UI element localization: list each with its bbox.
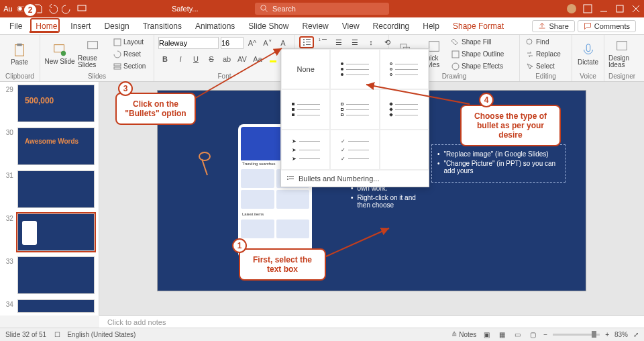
bullets-square[interactable] [281,89,330,130]
reuse-slides-button[interactable]: Reuse Slides [78,36,109,71]
paste-label: Paste [11,58,28,66]
shape-effects-button[interactable]: Shape Effects [449,60,506,72]
bullets-check[interactable]: ✓ ✓ ✓ [330,130,379,170]
menu-design[interactable]: Design [97,17,136,35]
comments-label: Comments [594,22,630,30]
thumbnail-31[interactable] [17,170,95,208]
line-spacing-icon[interactable]: ↕ [364,36,378,48]
undo-icon[interactable] [47,3,58,14]
share-button[interactable]: Share [532,20,574,32]
minimize-icon[interactable] [598,3,609,14]
close-icon[interactable] [631,3,641,14]
slideshow-view-icon[interactable]: ▢ [528,331,538,338]
slide-textbox-2[interactable]: "Replace image" (in Google Slides) "Chan… [431,144,566,183]
layout-button[interactable]: Layout [111,36,148,48]
bullets-diamond[interactable] [380,89,429,130]
select-button[interactable]: Select [524,60,563,72]
sorter-view-icon[interactable]: ▦ [497,331,507,338]
reading-view-icon[interactable]: ▭ [513,331,523,338]
menu-help[interactable]: Help [416,17,446,35]
menu-slideshow[interactable]: Slide Show [241,17,295,35]
italic-button[interactable]: I [174,52,187,66]
highlight-icon[interactable] [266,52,280,66]
svg-rect-36 [289,179,294,179]
indent-right-icon[interactable]: ☰ [347,36,362,48]
menu-shape-format[interactable]: Shape Format [446,17,511,35]
language-status[interactable]: English (United States) [67,331,136,338]
thumbnail-29[interactable]: 500,000 [17,85,95,122]
zoom-level[interactable]: 83% [614,331,628,338]
svg-rect-12 [114,39,121,46]
thumbnail-32[interactable] [17,213,95,251]
underline-button[interactable]: U [189,52,203,66]
section-button[interactable]: Section [111,60,148,72]
slide-textbox-1[interactable]: own work. Right-click on it and then cho… [351,185,425,211]
numbering-button[interactable]: 1 [315,36,330,48]
redo-icon[interactable] [62,3,72,14]
font-name-input[interactable] [158,37,219,49]
bullets-dropdown[interactable]: None ➤ ➤ ➤ [280,48,429,187]
thumbnails-panel[interactable]: 29500,000 30Awesome Words 31 32 33 34 [0,82,99,315]
zoom-in-icon[interactable]: + [605,331,609,338]
menu-animations[interactable]: Animations [189,17,241,35]
accessibility-icon[interactable]: ☐ [54,331,60,338]
menu-view[interactable]: View [335,17,366,35]
font-size-input[interactable] [221,37,244,49]
thumb-num: 31 [4,170,13,179]
dictate-button[interactable]: Dictate [576,36,600,71]
user-avatar-icon[interactable] [566,3,577,14]
shape-fill-button[interactable]: Shape Fill [449,36,506,48]
window-options-icon[interactable] [582,3,593,14]
design-ideas-button[interactable]: Design Ideas [608,36,635,71]
zoom-slider[interactable] [553,334,600,336]
bullets-numbering-link[interactable]: Bullets and Numbering... [281,170,429,187]
thumb-num: 32 [4,213,13,222]
bullets-empty[interactable] [380,130,429,170]
font-label: Font [158,72,290,81]
notes-toggle[interactable]: ≙ Notes [451,331,476,338]
bullets-circle[interactable] [380,49,429,89]
safety-label[interactable]: Safety... [172,5,199,13]
thumbnail-34[interactable] [17,299,95,313]
autosave-toggle[interactable]: Au [3,3,13,14]
svg-text:1: 1 [319,38,321,42]
clear-format-icon[interactable]: A [276,36,290,50]
decrease-font-icon[interactable]: A˅ [261,36,274,50]
menu-review[interactable]: Review [295,17,335,35]
menu-insert[interactable]: Insert [64,17,97,35]
strike-button[interactable]: S [205,52,218,66]
reset-button[interactable]: Reset [111,48,148,60]
menu-recording[interactable]: Recording [366,17,417,35]
replace-button[interactable]: Replace [524,48,563,60]
designer-label: Designer [608,72,635,81]
bullets-none[interactable]: None [281,49,330,89]
search-box[interactable]: Search [255,3,389,15]
fit-to-window-icon[interactable]: ⤢ [633,331,639,338]
notes-pane[interactable]: Click to add notes [99,315,644,328]
group-designer: Design Ideas Designer [604,35,639,81]
menu-file[interactable]: File [3,17,29,35]
bullets-disc[interactable] [330,49,379,89]
find-button[interactable]: Find [524,36,563,48]
thumbnail-33[interactable] [17,256,95,294]
shadow-button[interactable]: ab [220,52,233,66]
bold-button[interactable]: B [158,52,172,66]
callout-2: Click on the "Bullets" option [115,93,196,125]
zoom-out-icon[interactable]: − [543,331,547,338]
paste-button[interactable]: Paste [4,36,35,71]
menu-transitions[interactable]: Transitions [136,17,189,35]
indent-left-icon[interactable]: ☰ [331,36,346,48]
thumbnail-30[interactable]: Awesome Words [17,128,95,165]
shape-outline-button[interactable]: Shape Outline [449,48,506,60]
increase-font-icon[interactable]: A^ [246,36,259,50]
normal-view-icon[interactable]: ▣ [482,331,492,338]
bullets-arrow[interactable]: ➤ ➤ ➤ [281,130,330,170]
maximize-icon[interactable] [614,3,625,14]
new-slide-button[interactable]: New Slide [44,36,75,71]
bullets-button[interactable] [299,36,314,48]
bullets-hollow-square[interactable] [330,89,379,130]
presenter-icon[interactable] [76,3,87,14]
spacing-button[interactable]: AV [235,52,249,66]
comments-button[interactable]: Comments [578,20,636,32]
changecase-button[interactable]: Aa [251,52,264,66]
